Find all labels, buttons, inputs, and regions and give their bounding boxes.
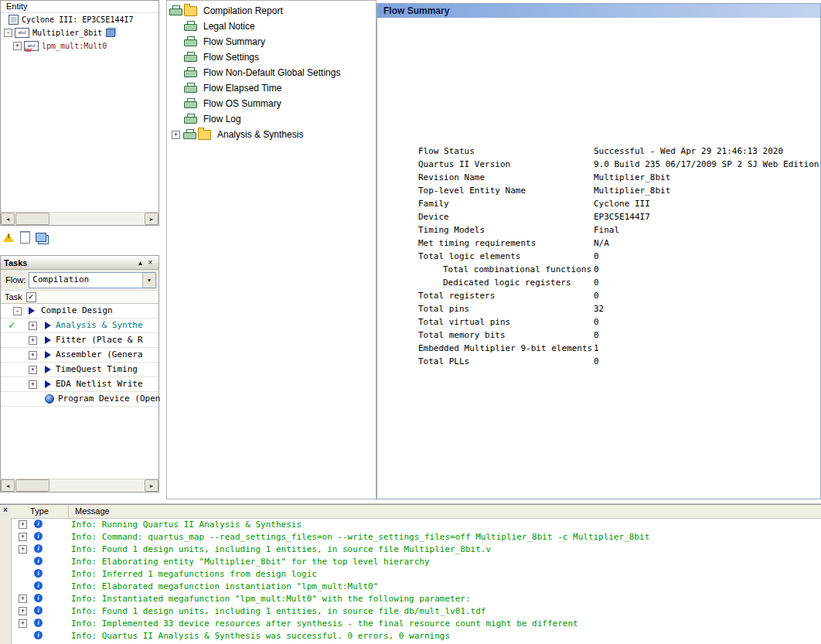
task-column-header[interactable]: Task ✓ (1, 291, 158, 304)
collapse-panel-button[interactable]: ▴ (135, 258, 145, 267)
message-row[interactable]: + i Info: Found 1 design units, includin… (11, 605, 821, 617)
task-label[interactable]: Assembler (Genera (56, 349, 143, 359)
flow-summary-label: Flow Status (418, 146, 594, 156)
message-row[interactable]: + i Info: Elaborated megafunction instan… (11, 580, 821, 592)
expander-icon[interactable]: - (13, 307, 22, 315)
expander-icon[interactable]: + (29, 336, 37, 345)
message-row[interactable]: + i Info: Command: quartus_map --read_se… (11, 530, 821, 543)
flow-summary-value: Multiplier_8bit (594, 186, 670, 196)
dropdown-button[interactable]: ▼ (142, 273, 155, 288)
expand-icon[interactable]: + (19, 619, 27, 628)
report-item-row[interactable]: Flow Summary (167, 34, 376, 49)
entity-label[interactable]: Cyclone III: EP3C5E144I7 (22, 15, 134, 24)
entity-column-header[interactable]: Entity (1, 1, 158, 13)
scroll-left-button[interactable]: ◄ (1, 479, 15, 492)
report-root-label[interactable]: Compilation Report (203, 5, 283, 16)
message-column-header[interactable]: Message (69, 505, 110, 518)
expand-icon[interactable]: + (19, 595, 27, 603)
report-item-label[interactable]: Flow Elapsed Time (203, 83, 281, 94)
task-row[interactable]: ✓ - Compile Design (1, 304, 158, 319)
task-row[interactable]: ✓ + EDA Netlist Write (1, 377, 158, 392)
task-row[interactable]: ✓ Program Device (Open (1, 392, 158, 407)
entity-row-lpm-mult[interactable]: + abd TDF lpm_mult:Mult0 (1, 39, 158, 53)
report-item-row[interactable]: Legal Notice (167, 19, 376, 34)
task-label[interactable]: Analysis & Synthe (56, 320, 143, 330)
expander-icon[interactable]: + (29, 322, 37, 330)
report-item-row[interactable]: Flow Non-Default Global Settings (167, 65, 376, 80)
task-label[interactable]: TimeQuest Timing (56, 364, 138, 374)
report-page-icon (184, 52, 197, 63)
expand-icon[interactable]: + (19, 545, 27, 554)
task-row[interactable]: ✓ + TimeQuest Timing (1, 363, 158, 377)
task-row[interactable]: ✓ + Assembler (Genera (1, 348, 158, 363)
scroll-thumb[interactable] (15, 213, 49, 225)
report-item-row[interactable]: Flow OS Summary (167, 96, 376, 111)
collapse-expander-icon[interactable]: - (4, 29, 12, 37)
flow-summary-value: Multiplier_8bit (594, 172, 670, 182)
expander-icon[interactable]: + (29, 351, 37, 359)
play-icon (45, 380, 51, 388)
expander-icon[interactable]: + (29, 380, 37, 389)
scroll-left-button[interactable]: ◄ (1, 213, 15, 225)
flow-summary-value: 0 (594, 251, 599, 261)
report-folder-label[interactable]: Analysis & Synthesis (217, 129, 303, 140)
entity-horizontal-scrollbar[interactable]: ◄ ► (1, 212, 158, 225)
message-row[interactable]: + i Info: Implemented 33 device resource… (11, 617, 821, 629)
report-item-row[interactable]: Flow Settings (167, 49, 376, 65)
scroll-right-button[interactable]: ► (145, 213, 158, 225)
close-icon[interactable]: × (0, 505, 11, 516)
task-label[interactable]: Fitter (Place & R (56, 335, 143, 345)
expand-icon[interactable]: + (19, 607, 27, 615)
flow-summary-row: Timing Models Final (418, 223, 814, 237)
report-item-label[interactable]: Flow Log (203, 114, 241, 124)
program-device-icon (45, 394, 54, 404)
task-row[interactable]: ✓ + Fitter (Place & R (1, 333, 158, 348)
navigator-toolbar: ! (2, 229, 48, 246)
message-row[interactable]: + i Info: Inferred 1 megafunctions from … (11, 567, 821, 580)
message-row[interactable]: + i Info: Instantiated megafunction "lpm… (11, 592, 821, 605)
files-icon[interactable] (18, 230, 32, 244)
task-label[interactable]: Compile Design (41, 305, 113, 315)
expand-expander-icon[interactable]: + (13, 42, 22, 50)
report-item-label[interactable]: Flow Summary (203, 36, 265, 47)
tasks-horizontal-scrollbar[interactable]: ◄ ► (1, 479, 158, 492)
task-row[interactable]: ✓ + Analysis & Synthe (1, 319, 158, 333)
task-label[interactable]: Program Device (Open (58, 394, 160, 404)
tasks-titlebar[interactable]: Tasks ▴ × (1, 256, 158, 270)
entity-label[interactable]: lpm_mult:Mult0 (42, 42, 107, 50)
type-column-header[interactable]: Type (11, 505, 69, 518)
message-row[interactable]: + i Info: Running Quartus II Analysis & … (11, 518, 821, 530)
report-page-icon (184, 21, 197, 32)
expand-icon[interactable]: + (19, 533, 27, 541)
report-item-label[interactable]: Flow Settings (203, 52, 259, 63)
message-row[interactable]: + i Info: Elaborating entity "Multiplier… (11, 555, 821, 567)
entity-row-device[interactable]: Cyclone III: EP3C5E144I7 (1, 13, 158, 26)
report-item-label[interactable]: Flow OS Summary (203, 98, 281, 109)
expand-icon[interactable]: + (19, 520, 27, 529)
report-root-row[interactable]: Compilation Report (167, 3, 376, 19)
play-icon (45, 336, 51, 344)
folder-icon (198, 130, 211, 140)
expander-icon[interactable]: + (29, 366, 37, 374)
report-item-label[interactable]: Flow Non-Default Global Settings (203, 67, 340, 78)
warning-icon[interactable]: ! (2, 230, 15, 244)
report-folder-row[interactable]: + Analysis & Synthesis (167, 127, 376, 142)
flow-select[interactable]: Compilation ▼ (29, 272, 156, 288)
message-text: Info: Quartus II Analysis & Synthesis wa… (71, 631, 450, 641)
report-item-label[interactable]: Legal Notice (203, 21, 255, 32)
design-units-icon[interactable] (34, 230, 48, 244)
scroll-thumb[interactable] (15, 479, 49, 492)
task-label[interactable]: EDA Netlist Write (56, 379, 143, 389)
task-checkbox-icon[interactable]: ✓ (26, 292, 36, 302)
entity-label[interactable]: Multiplier_8bit (32, 29, 102, 37)
close-panel-button[interactable]: × (145, 258, 155, 267)
flow-summary-titlebar[interactable]: Flow Summary (377, 4, 820, 18)
entity-row-top-level[interactable]: - abd Multiplier_8bit (1, 26, 158, 39)
message-row[interactable]: + i Info: Quartus II Analysis & Synthesi… (11, 629, 821, 642)
scroll-right-button[interactable]: ► (145, 479, 158, 492)
report-item-row[interactable]: Flow Log (167, 111, 376, 127)
message-row[interactable]: + i Info: Found 1 design units, includin… (11, 543, 821, 555)
flow-summary-row: Quartus II Version 9.0 Build 235 06/17/2… (418, 158, 814, 171)
report-item-row[interactable]: Flow Elapsed Time (167, 80, 376, 96)
expand-expander-icon[interactable]: + (172, 131, 180, 139)
